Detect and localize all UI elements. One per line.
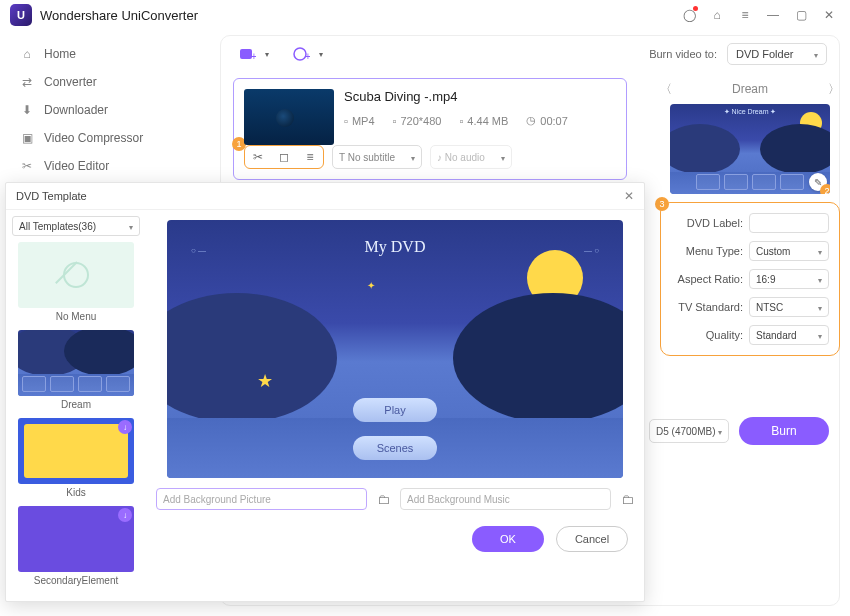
- edit-tools: ✂ ◻ ≡: [244, 145, 324, 169]
- sidebar-item-label: Video Editor: [44, 159, 109, 173]
- template-big-preview: ○ —— ○ My DVD ★ ✦ Play Scenes: [167, 220, 623, 478]
- template-modal-title: DVD Template: [16, 190, 87, 202]
- template-item-secondary[interactable]: ↓ SecondaryElement: [12, 506, 140, 586]
- download-icon: ↓: [118, 420, 132, 434]
- sidebar-item-compressor[interactable]: ▣Video Compressor: [0, 124, 210, 152]
- badge-3: 3: [655, 197, 669, 211]
- headset-icon[interactable]: ⌂: [706, 4, 728, 26]
- preview-title: Dream: [732, 82, 768, 96]
- next-template-arrow[interactable]: 〉: [828, 81, 840, 98]
- download-icon: ⬇: [20, 103, 34, 117]
- play-button[interactable]: Play: [353, 398, 437, 422]
- menu-type-label: Menu Type:: [686, 245, 743, 257]
- sidebar-item-label: Downloader: [44, 103, 108, 117]
- template-item-kids[interactable]: ↓ Kids: [12, 418, 140, 498]
- preview-pane: 〈 Dream 〉 ✦ Nice Dream ✦ ✎ 2 3 DVD Label…: [660, 74, 840, 356]
- video-meta: ▫ MP4 ▫ 720*480 ▫ 4.44 MB ◷ 00:07: [344, 114, 616, 127]
- meta-resolution: ▫ 720*480: [393, 114, 442, 127]
- tv-label: TV Standard:: [678, 301, 743, 313]
- settings-panel: 3 DVD Label: Menu Type:Custom Aspect Rat…: [660, 202, 840, 356]
- scissors-icon: ✂: [20, 159, 34, 173]
- svg-text:+: +: [251, 51, 256, 62]
- bg-music-input[interactable]: Add Background Music: [400, 488, 611, 510]
- video-thumbnail[interactable]: [244, 89, 334, 145]
- ok-button[interactable]: OK: [472, 526, 544, 552]
- svg-text:+: +: [305, 51, 310, 62]
- home-icon: ⌂: [20, 47, 34, 61]
- meta-size: ▫ 4.44 MB: [459, 114, 508, 127]
- tv-select[interactable]: NTSC: [749, 297, 829, 317]
- add-url-caret[interactable]: ▾: [319, 50, 323, 59]
- sidebar-item-label: Converter: [44, 75, 97, 89]
- aspect-label: Aspect Ratio:: [678, 273, 743, 285]
- template-item-dream[interactable]: ✦ Nice Dream ✦ Dream: [12, 330, 140, 410]
- scenes-button[interactable]: Scenes: [353, 436, 437, 460]
- bg-picture-input[interactable]: Add Background Picture: [156, 488, 367, 510]
- sidebar: ⌂Home ⇄Converter ⬇Downloader ▣Video Comp…: [0, 30, 210, 180]
- add-file-caret[interactable]: ▾: [265, 50, 269, 59]
- account-icon[interactable]: ◯: [678, 4, 700, 26]
- converter-icon: ⇄: [20, 75, 34, 89]
- meta-duration: ◷ 00:07: [526, 114, 568, 127]
- quality-select[interactable]: Standard: [749, 325, 829, 345]
- dvd-label-input[interactable]: [749, 213, 829, 233]
- prev-template-arrow[interactable]: 〈: [660, 81, 672, 98]
- burn-bar: D5 (4700MB) Burn: [649, 417, 829, 445]
- sidebar-item-home[interactable]: ⌂Home: [0, 40, 210, 68]
- trim-icon[interactable]: ✂: [245, 150, 271, 164]
- maximize-icon[interactable]: ▢: [790, 4, 812, 26]
- folder-icon[interactable]: 🗀: [377, 492, 390, 507]
- menu-icon[interactable]: ≡: [734, 4, 756, 26]
- folder-icon[interactable]: 🗀: [621, 492, 634, 507]
- menu-type-select[interactable]: Custom: [749, 241, 829, 261]
- template-filter-select[interactable]: All Templates(36): [12, 216, 140, 236]
- badge-2: 2: [820, 184, 830, 194]
- download-icon: ↓: [118, 508, 132, 522]
- minimize-icon[interactable]: —: [762, 4, 784, 26]
- audio-select[interactable]: ♪ No audio: [430, 145, 512, 169]
- aspect-select[interactable]: 16:9: [749, 269, 829, 289]
- add-url-button[interactable]: +: [287, 40, 315, 68]
- burn-to-label: Burn video to:: [649, 48, 717, 60]
- template-list: All Templates(36) No Menu ✦ Nice Dream ✦…: [6, 210, 146, 598]
- sidebar-item-converter[interactable]: ⇄Converter: [0, 68, 210, 96]
- template-item-nomenu[interactable]: No Menu: [12, 242, 140, 322]
- preview-thumbnail[interactable]: ✦ Nice Dream ✦ ✎ 2: [670, 104, 830, 194]
- sidebar-item-label: Video Compressor: [44, 131, 143, 145]
- burn-to-select[interactable]: DVD Folder: [727, 43, 827, 65]
- app-title: Wondershare UniConverter: [40, 8, 198, 23]
- video-card: 1 Scuba Diving -.mp4 ▫ MP4 ▫ 720*480 ▫ 4…: [233, 78, 627, 180]
- cancel-button[interactable]: Cancel: [556, 526, 628, 552]
- compress-icon: ▣: [20, 131, 34, 145]
- dvd-label-label: DVD Label:: [687, 217, 743, 229]
- subtitle-select[interactable]: T No subtitle: [332, 145, 422, 169]
- sidebar-item-downloader[interactable]: ⬇Downloader: [0, 96, 210, 124]
- close-icon[interactable]: ✕: [818, 4, 840, 26]
- toolbar: + ▾ + ▾ Burn video to: DVD Folder: [221, 36, 839, 72]
- media-select[interactable]: D5 (4700MB): [649, 419, 729, 443]
- crop-icon[interactable]: ◻: [271, 150, 297, 164]
- more-icon[interactable]: ≡: [297, 150, 323, 164]
- meta-format: ▫ MP4: [344, 114, 375, 127]
- sidebar-item-editor[interactable]: ✂Video Editor: [0, 152, 210, 180]
- app-logo: U: [10, 4, 32, 26]
- close-icon[interactable]: ✕: [624, 189, 634, 203]
- add-file-button[interactable]: +: [233, 40, 261, 68]
- quality-label: Quality:: [706, 329, 743, 341]
- sidebar-item-label: Home: [44, 47, 76, 61]
- dvd-template-modal: DVD Template ✕ All Templates(36) No Menu…: [5, 182, 645, 602]
- burn-button[interactable]: Burn: [739, 417, 829, 445]
